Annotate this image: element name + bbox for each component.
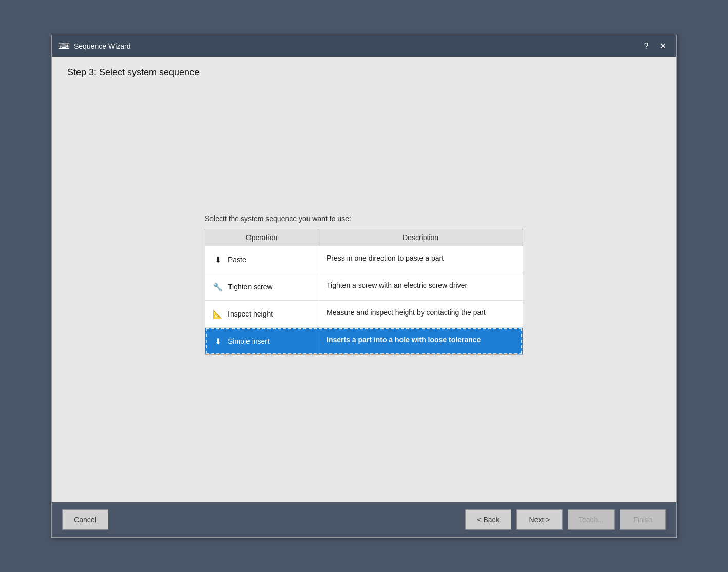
paste-icon: ⬇ (212, 253, 224, 266)
height-icon: 📐 (212, 308, 224, 320)
teach-button[interactable]: Teach... (568, 509, 615, 530)
content-area: Step 3: Select system sequence Selectt t… (52, 57, 676, 502)
op-label-height: Inspect height (228, 310, 273, 318)
row-op-height: 📐 Inspect height (205, 301, 318, 327)
row-op-screw: 🔧 Tighten screw (205, 273, 318, 300)
finish-button[interactable]: Finish (620, 509, 666, 530)
next-button[interactable]: Next > (516, 509, 563, 530)
sequence-wizard-window: ⌨ Sequence Wizard ? ✕ Step 3: Select sys… (51, 35, 677, 538)
op-label-paste: Paste (228, 255, 246, 264)
title-bar-controls: ? ✕ (639, 39, 670, 53)
col-operation-header: Operation (205, 229, 318, 246)
table-row-selected[interactable]: ⬇ Simple insert Inserts a part into a ho… (205, 328, 523, 354)
row-op-paste: ⬇ Paste (205, 246, 318, 273)
col-description-header: Description (318, 229, 523, 246)
main-body: Selectt the system sequence you want to … (67, 78, 661, 492)
table-row[interactable]: ⬇ Paste Press in one direction to paste … (205, 246, 523, 273)
row-op-insert: ⬇ Simple insert (205, 328, 318, 354)
back-button[interactable]: < Back (465, 509, 511, 530)
sequence-table: Operation Description ⬇ Paste Press in o… (205, 229, 523, 355)
table-row[interactable]: 📐 Inspect height Measure and inspect hei… (205, 301, 523, 328)
op-label-insert: Simple insert (228, 337, 270, 345)
row-desc-screw: Tighten a screw with an electric screw d… (318, 273, 523, 300)
sequence-container: Selectt the system sequence you want to … (205, 214, 523, 355)
title-bar-left: ⌨ Sequence Wizard (58, 41, 131, 51)
screw-icon: 🔧 (212, 281, 224, 293)
window-title: Sequence Wizard (74, 42, 131, 50)
insert-icon: ⬇ (212, 335, 224, 347)
row-desc-insert: Inserts a part into a hole with loose to… (318, 328, 523, 354)
cancel-button[interactable]: Cancel (62, 509, 108, 530)
close-button[interactable]: ✕ (656, 39, 670, 53)
row-desc-paste: Press in one direction to paste a part (318, 246, 523, 273)
table-row[interactable]: 🔧 Tighten screw Tighten a screw with an … (205, 273, 523, 301)
window-icon: ⌨ (58, 41, 70, 51)
instruction-text: Selectt the system sequence you want to … (205, 214, 523, 223)
op-label-screw: Tighten screw (228, 283, 273, 291)
row-desc-height: Measure and inspect height by contacting… (318, 301, 523, 327)
help-button[interactable]: ? (639, 39, 654, 53)
step-title: Step 3: Select system sequence (67, 67, 661, 78)
table-header: Operation Description (205, 229, 523, 246)
bottom-bar: Cancel < Back Next > Teach... Finish (52, 502, 676, 537)
title-bar: ⌨ Sequence Wizard ? ✕ (52, 35, 676, 57)
